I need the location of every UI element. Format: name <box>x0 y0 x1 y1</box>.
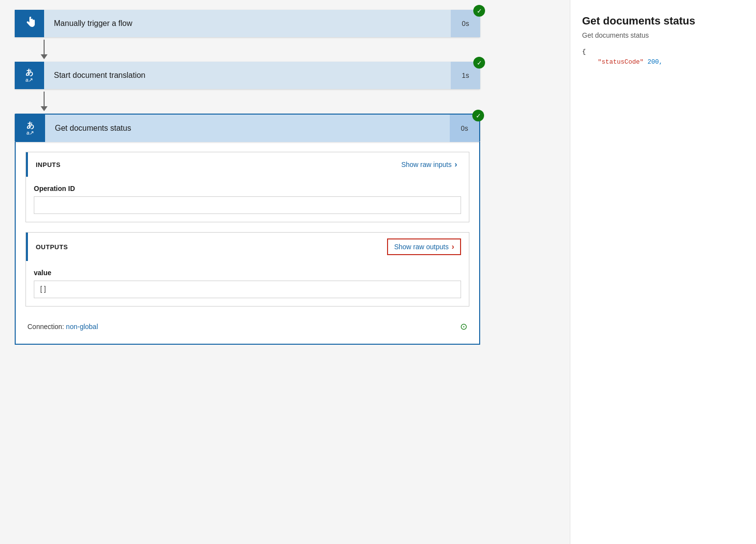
outputs-label: OUTPUTS <box>36 243 68 251</box>
hand-icon <box>22 16 37 31</box>
inputs-section: INPUTS Show raw inputs › Operation ID <box>25 152 469 222</box>
inputs-label: INPUTS <box>36 161 61 168</box>
connection-info: Connection: non-global <box>27 323 98 331</box>
inputs-chevron-icon: › <box>455 160 457 169</box>
get-status-icon: あ a↗ <box>16 115 45 142</box>
code-open-brace: { <box>582 47 744 57</box>
outputs-content: value [ ] <box>26 261 469 306</box>
operation-id-value <box>34 196 461 214</box>
right-panel-subtitle: Get documents status <box>582 31 744 39</box>
outputs-header: OUTPUTS Show raw outputs › <box>26 233 469 261</box>
right-panel: Get documents status Get documents statu… <box>570 0 756 544</box>
value-label: value <box>34 269 461 277</box>
step-get-status[interactable]: あ a↗ Get documents status 0s ✓ INPUTS Sh… <box>15 114 555 345</box>
inputs-header: INPUTS Show raw inputs › <box>26 152 469 177</box>
outputs-chevron-icon: › <box>452 242 454 251</box>
outputs-section: OUTPUTS Show raw outputs › value [ ] <box>25 232 469 307</box>
operation-id-label: Operation ID <box>34 185 461 192</box>
code-block: { "statusCode" 200, <box>582 47 744 68</box>
value-field: [ ] <box>34 281 461 298</box>
arrow-line-1 <box>44 40 45 54</box>
step-translate[interactable]: あ a↗ Start document translation 1s ✓ <box>15 62 555 89</box>
get-status-check: ✓ <box>472 110 484 121</box>
show-raw-outputs-button[interactable]: Show raw outputs › <box>387 238 461 255</box>
code-status-code-line: "statusCode" 200, <box>582 57 744 68</box>
trigger-title: Manually trigger a flow <box>44 10 451 37</box>
show-raw-inputs-button[interactable]: Show raw inputs › <box>397 158 461 171</box>
translate-check: ✓ <box>473 57 485 69</box>
trigger-icon <box>15 10 44 37</box>
arrow-head-1 <box>41 54 48 59</box>
get-status-title: Get documents status <box>45 115 450 142</box>
inputs-content: Operation ID <box>26 177 469 222</box>
step-trigger[interactable]: Manually trigger a flow 0s ✓ <box>15 10 555 37</box>
connection-row: Connection: non-global ⊙ <box>25 316 469 334</box>
arrow-head-2 <box>41 106 48 111</box>
translate-title: Start document translation <box>44 62 451 89</box>
connection-check-icon: ⊙ <box>460 321 467 332</box>
right-panel-title: Get documents status <box>582 15 744 27</box>
code-status-code-key: "statusCode" <box>598 58 644 66</box>
connection-link[interactable]: non-global <box>66 323 98 331</box>
translate-icon: あ a↗ <box>15 62 44 89</box>
code-status-code-value: 200, <box>647 58 662 66</box>
trigger-check: ✓ <box>473 5 485 17</box>
expanded-panel: INPUTS Show raw inputs › Operation ID OU… <box>15 142 480 345</box>
arrow-1 <box>29 37 59 62</box>
arrow-line-2 <box>44 92 45 106</box>
arrow-2 <box>29 89 59 114</box>
